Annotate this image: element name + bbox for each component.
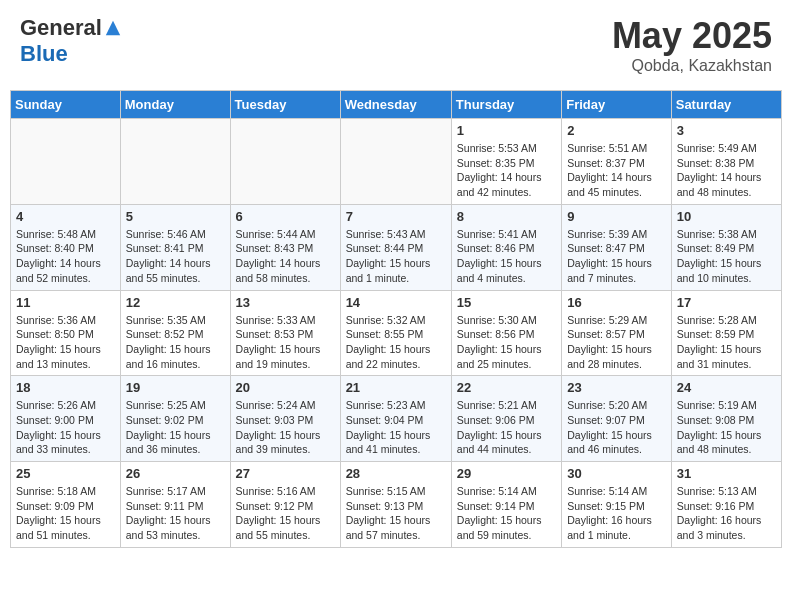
day-number: 21 (346, 380, 446, 395)
day-number: 15 (457, 295, 556, 310)
day-info: Sunrise: 5:51 AMSunset: 8:37 PMDaylight:… (567, 141, 666, 200)
day-info: Sunrise: 5:16 AMSunset: 9:12 PMDaylight:… (236, 484, 335, 543)
day-info: Sunrise: 5:26 AMSunset: 9:00 PMDaylight:… (16, 398, 115, 457)
day-info: Sunrise: 5:38 AMSunset: 8:49 PMDaylight:… (677, 227, 776, 286)
day-number: 30 (567, 466, 666, 481)
location: Qobda, Kazakhstan (612, 57, 772, 75)
day-info: Sunrise: 5:13 AMSunset: 9:16 PMDaylight:… (677, 484, 776, 543)
day-number: 26 (126, 466, 225, 481)
day-number: 8 (457, 209, 556, 224)
calendar-cell: 16Sunrise: 5:29 AMSunset: 8:57 PMDayligh… (562, 290, 672, 376)
day-info: Sunrise: 5:14 AMSunset: 9:15 PMDaylight:… (567, 484, 666, 543)
day-number: 11 (16, 295, 115, 310)
day-info: Sunrise: 5:48 AMSunset: 8:40 PMDaylight:… (16, 227, 115, 286)
calendar-cell: 4Sunrise: 5:48 AMSunset: 8:40 PMDaylight… (11, 204, 121, 290)
day-number: 27 (236, 466, 335, 481)
day-number: 6 (236, 209, 335, 224)
day-info: Sunrise: 5:30 AMSunset: 8:56 PMDaylight:… (457, 313, 556, 372)
day-info: Sunrise: 5:35 AMSunset: 8:52 PMDaylight:… (126, 313, 225, 372)
calendar-cell: 12Sunrise: 5:35 AMSunset: 8:52 PMDayligh… (120, 290, 230, 376)
day-info: Sunrise: 5:44 AMSunset: 8:43 PMDaylight:… (236, 227, 335, 286)
weekday-header-monday: Monday (120, 91, 230, 119)
weekday-header-tuesday: Tuesday (230, 91, 340, 119)
calendar-cell: 29Sunrise: 5:14 AMSunset: 9:14 PMDayligh… (451, 462, 561, 548)
day-number: 14 (346, 295, 446, 310)
day-number: 4 (16, 209, 115, 224)
calendar-cell: 24Sunrise: 5:19 AMSunset: 9:08 PMDayligh… (671, 376, 781, 462)
day-number: 28 (346, 466, 446, 481)
day-number: 19 (126, 380, 225, 395)
weekday-header-saturday: Saturday (671, 91, 781, 119)
day-info: Sunrise: 5:21 AMSunset: 9:06 PMDaylight:… (457, 398, 556, 457)
calendar-cell: 20Sunrise: 5:24 AMSunset: 9:03 PMDayligh… (230, 376, 340, 462)
week-row-5: 25Sunrise: 5:18 AMSunset: 9:09 PMDayligh… (11, 462, 782, 548)
calendar-cell: 30Sunrise: 5:14 AMSunset: 9:15 PMDayligh… (562, 462, 672, 548)
day-number: 9 (567, 209, 666, 224)
day-number: 20 (236, 380, 335, 395)
calendar-cell: 3Sunrise: 5:49 AMSunset: 8:38 PMDaylight… (671, 119, 781, 205)
calendar-cell (340, 119, 451, 205)
week-row-4: 18Sunrise: 5:26 AMSunset: 9:00 PMDayligh… (11, 376, 782, 462)
weekday-header-sunday: Sunday (11, 91, 121, 119)
calendar-cell: 5Sunrise: 5:46 AMSunset: 8:41 PMDaylight… (120, 204, 230, 290)
day-info: Sunrise: 5:19 AMSunset: 9:08 PMDaylight:… (677, 398, 776, 457)
day-info: Sunrise: 5:29 AMSunset: 8:57 PMDaylight:… (567, 313, 666, 372)
calendar-cell: 13Sunrise: 5:33 AMSunset: 8:53 PMDayligh… (230, 290, 340, 376)
day-number: 2 (567, 123, 666, 138)
calendar-cell: 1Sunrise: 5:53 AMSunset: 8:35 PMDaylight… (451, 119, 561, 205)
day-number: 12 (126, 295, 225, 310)
weekday-header-thursday: Thursday (451, 91, 561, 119)
week-row-2: 4Sunrise: 5:48 AMSunset: 8:40 PMDaylight… (11, 204, 782, 290)
day-number: 23 (567, 380, 666, 395)
day-info: Sunrise: 5:41 AMSunset: 8:46 PMDaylight:… (457, 227, 556, 286)
calendar-cell: 31Sunrise: 5:13 AMSunset: 9:16 PMDayligh… (671, 462, 781, 548)
calendar-cell: 18Sunrise: 5:26 AMSunset: 9:00 PMDayligh… (11, 376, 121, 462)
day-info: Sunrise: 5:43 AMSunset: 8:44 PMDaylight:… (346, 227, 446, 286)
calendar-table: SundayMondayTuesdayWednesdayThursdayFrid… (10, 90, 782, 548)
day-info: Sunrise: 5:28 AMSunset: 8:59 PMDaylight:… (677, 313, 776, 372)
month-title: May 2025 (612, 15, 772, 57)
calendar-cell: 7Sunrise: 5:43 AMSunset: 8:44 PMDaylight… (340, 204, 451, 290)
day-number: 13 (236, 295, 335, 310)
day-number: 25 (16, 466, 115, 481)
logo-icon (104, 19, 122, 37)
calendar-cell: 14Sunrise: 5:32 AMSunset: 8:55 PMDayligh… (340, 290, 451, 376)
calendar-cell: 8Sunrise: 5:41 AMSunset: 8:46 PMDaylight… (451, 204, 561, 290)
day-number: 7 (346, 209, 446, 224)
day-number: 1 (457, 123, 556, 138)
calendar-cell: 19Sunrise: 5:25 AMSunset: 9:02 PMDayligh… (120, 376, 230, 462)
calendar-cell: 6Sunrise: 5:44 AMSunset: 8:43 PMDaylight… (230, 204, 340, 290)
day-info: Sunrise: 5:24 AMSunset: 9:03 PMDaylight:… (236, 398, 335, 457)
day-number: 18 (16, 380, 115, 395)
weekday-header-wednesday: Wednesday (340, 91, 451, 119)
calendar-cell (120, 119, 230, 205)
day-info: Sunrise: 5:33 AMSunset: 8:53 PMDaylight:… (236, 313, 335, 372)
day-info: Sunrise: 5:46 AMSunset: 8:41 PMDaylight:… (126, 227, 225, 286)
logo: General Blue (20, 15, 122, 67)
svg-marker-0 (106, 21, 120, 35)
day-number: 31 (677, 466, 776, 481)
day-number: 29 (457, 466, 556, 481)
day-info: Sunrise: 5:32 AMSunset: 8:55 PMDaylight:… (346, 313, 446, 372)
calendar-cell: 22Sunrise: 5:21 AMSunset: 9:06 PMDayligh… (451, 376, 561, 462)
day-number: 5 (126, 209, 225, 224)
calendar-cell (230, 119, 340, 205)
calendar-cell: 27Sunrise: 5:16 AMSunset: 9:12 PMDayligh… (230, 462, 340, 548)
logo-blue: Blue (20, 41, 68, 67)
week-row-3: 11Sunrise: 5:36 AMSunset: 8:50 PMDayligh… (11, 290, 782, 376)
day-info: Sunrise: 5:25 AMSunset: 9:02 PMDaylight:… (126, 398, 225, 457)
day-info: Sunrise: 5:23 AMSunset: 9:04 PMDaylight:… (346, 398, 446, 457)
day-number: 22 (457, 380, 556, 395)
day-number: 17 (677, 295, 776, 310)
weekday-header-row: SundayMondayTuesdayWednesdayThursdayFrid… (11, 91, 782, 119)
calendar-cell: 21Sunrise: 5:23 AMSunset: 9:04 PMDayligh… (340, 376, 451, 462)
day-info: Sunrise: 5:17 AMSunset: 9:11 PMDaylight:… (126, 484, 225, 543)
calendar-cell: 15Sunrise: 5:30 AMSunset: 8:56 PMDayligh… (451, 290, 561, 376)
day-info: Sunrise: 5:15 AMSunset: 9:13 PMDaylight:… (346, 484, 446, 543)
calendar-cell: 17Sunrise: 5:28 AMSunset: 8:59 PMDayligh… (671, 290, 781, 376)
day-info: Sunrise: 5:14 AMSunset: 9:14 PMDaylight:… (457, 484, 556, 543)
calendar-cell (11, 119, 121, 205)
calendar-cell: 26Sunrise: 5:17 AMSunset: 9:11 PMDayligh… (120, 462, 230, 548)
day-info: Sunrise: 5:49 AMSunset: 8:38 PMDaylight:… (677, 141, 776, 200)
calendar-cell: 28Sunrise: 5:15 AMSunset: 9:13 PMDayligh… (340, 462, 451, 548)
